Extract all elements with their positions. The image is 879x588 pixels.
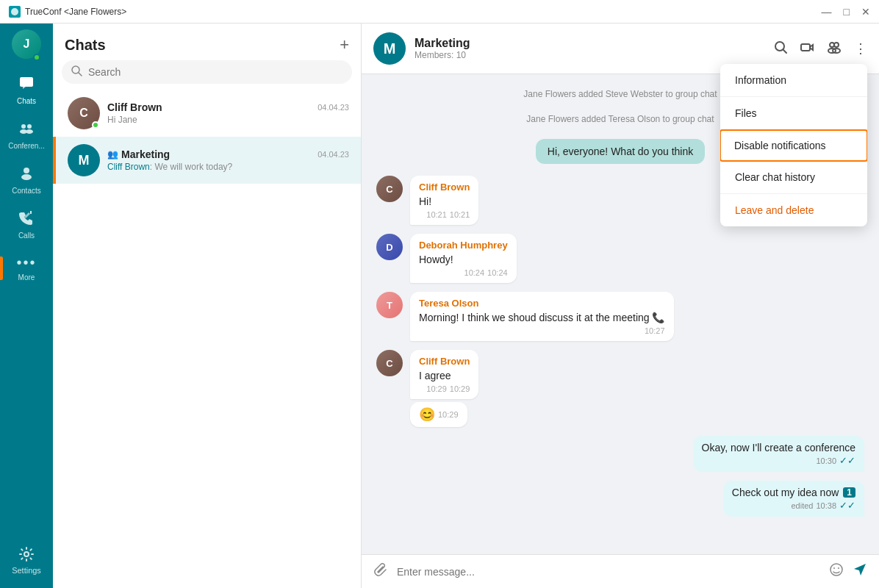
- marketing-avatar: M: [68, 144, 100, 176]
- emoji-time: 10:29: [438, 410, 459, 419]
- close-button[interactable]: ✕: [861, 6, 870, 18]
- minimize-button[interactable]: —: [822, 6, 832, 18]
- sidebar-item-contacts[interactable]: Contacts: [0, 157, 53, 202]
- svg-point-6: [24, 168, 29, 173]
- svg-line-12: [783, 50, 786, 53]
- svg-point-18: [830, 564, 842, 576]
- msg-sender-cliff: Cliff Brown: [419, 182, 470, 193]
- chat-header-info: Marketing Members: 10: [415, 37, 764, 60]
- send-button[interactable]: [853, 562, 867, 581]
- sidebar-item-conferences[interactable]: Conferen...: [0, 112, 53, 157]
- msg-meta-mine-idea: edited 10:38 ✓✓: [732, 500, 855, 511]
- menu-item-files[interactable]: Files: [720, 97, 867, 130]
- cliff-time: 04.04.23: [317, 103, 349, 112]
- msg-edited-label: edited: [791, 501, 813, 510]
- menu-item-information[interactable]: Information: [720, 64, 867, 97]
- contacts-icon: [18, 165, 35, 184]
- msg-time-teresa: 10:27: [645, 326, 665, 335]
- maximize-button[interactable]: □: [844, 6, 850, 18]
- marketing-avatar-wrapper: M: [68, 144, 100, 176]
- msg-row-mine-idea: Check out my idea now 1 edited 10:38 ✓✓: [376, 481, 864, 517]
- sidebar-item-more[interactable]: ••• More: [0, 247, 53, 289]
- group-icon: 👥: [107, 149, 118, 159]
- msg-sender-teresa: Teresa Olson: [419, 298, 665, 309]
- calls-icon: [18, 209, 35, 229]
- menu-item-leave-delete[interactable]: Leave and delete: [720, 194, 867, 226]
- msg-bubble-mine-idea: Check out my idea now 1 edited 10:38 ✓✓: [723, 481, 864, 517]
- search-input[interactable]: [88, 66, 343, 78]
- marketing-chat-info: 👥 Marketing 04.04.23 Cliff Brown: We wil…: [107, 148, 349, 172]
- menu-item-disable-notifications[interactable]: Disable notifications: [720, 129, 867, 162]
- chats-label: Chats: [17, 97, 36, 105]
- sidebar-item-chats[interactable]: Chats: [0, 68, 53, 112]
- msg-text-cliff-agree: I agree: [419, 370, 470, 381]
- titlebar: TrueConf <Jane Flowers> — □ ✕: [0, 0, 879, 24]
- msg-text-mine-conference: Okay, now I'll create a conference: [702, 442, 855, 453]
- svg-point-7: [21, 174, 32, 180]
- msg-sender-cliff2: Cliff Brown: [419, 356, 470, 367]
- nav-contacts-wrapper: Contacts: [0, 157, 53, 202]
- message-input-bar: [362, 554, 879, 588]
- deborah-msg-avatar: D: [376, 234, 403, 260]
- cliff-online-dot: [92, 121, 99, 129]
- attach-button[interactable]: [373, 562, 388, 581]
- msg-text-teresa: Morning! I think we shoud discuss it at …: [419, 312, 665, 323]
- hi-bubble: Hi, everyone! What do you think: [536, 139, 705, 164]
- msg-text-deborah: Howdy!: [419, 254, 508, 265]
- participants-button[interactable]: [826, 40, 842, 58]
- search-icon: [71, 65, 82, 79]
- msg-bubble-cliff-agree: Cliff Brown I agree 10:29 10:29: [410, 350, 478, 399]
- conferences-icon: [18, 120, 35, 140]
- svg-point-3: [27, 124, 32, 129]
- cliff-name: Cliff Brown: [107, 101, 162, 113]
- msg-time-mine-conference: 10:30: [816, 456, 836, 465]
- more-icon: •••: [16, 254, 36, 271]
- msg-badge: 1: [843, 487, 855, 498]
- sidebar-nav: J Chats: [0, 24, 53, 588]
- cliff-avatar-wrapper: C: [68, 97, 100, 129]
- msg-time-deborah: 10:24: [464, 268, 485, 277]
- msg-meta-mine-conference: 10:30 ✓✓: [702, 455, 855, 466]
- chats-icon: [18, 75, 35, 95]
- call-button[interactable]: [800, 40, 814, 58]
- teresa-msg-avatar: T: [376, 292, 403, 318]
- svg-point-8: [24, 552, 29, 556]
- svg-point-19: [833, 567, 835, 569]
- conferences-label: Conferen...: [8, 142, 44, 150]
- user-avatar-wrapper: J: [12, 29, 41, 62]
- search-chat-button[interactable]: [773, 40, 788, 58]
- cliff-name-row: Cliff Brown 04.04.23: [107, 101, 349, 113]
- read-ticks-conference: ✓✓: [839, 455, 855, 466]
- msg-bubble-cliff-hi: Cliff Brown Hi! 10:21 10:21: [410, 176, 478, 225]
- svg-point-11: [775, 42, 784, 51]
- marketing-preview-text: We will work today?: [154, 162, 232, 172]
- emoji-button[interactable]: [829, 562, 844, 581]
- calls-label: Calls: [18, 232, 35, 240]
- svg-point-5: [26, 129, 33, 134]
- chat-item-cliff[interactable]: C Cliff Brown 04.04.23 Hi Jane: [53, 90, 361, 137]
- menu-item-clear-chat[interactable]: Clear chat history: [720, 161, 867, 194]
- msg-time-mine-idea: 10:38: [816, 501, 836, 510]
- titlebar-left: TrueConf <Jane Flowers>: [9, 6, 126, 18]
- msg-meta-deborah: 10:24 10:24: [419, 268, 508, 277]
- svg-point-2: [21, 124, 26, 129]
- sidebar-item-calls[interactable]: Calls: [0, 202, 53, 247]
- sidebar-item-settings[interactable]: Settings: [12, 539, 41, 582]
- marketing-name-row: 👥 Marketing 04.04.23: [107, 148, 349, 160]
- more-options-button[interactable]: ⋮: [854, 40, 867, 57]
- add-chat-button[interactable]: +: [340, 35, 349, 54]
- chat-main: M Marketing Members: 10: [362, 24, 879, 588]
- msg-text-mine-idea: Check out my idea now 1: [732, 487, 855, 498]
- chats-title: Chats: [65, 37, 106, 54]
- chat-item-marketing[interactable]: M 👥 Marketing 04.04.23 Cliff Brown: We w…: [53, 137, 361, 184]
- online-status-dot: [33, 54, 40, 61]
- contacts-label: Contacts: [12, 187, 40, 195]
- marketing-preview-sender: Cliff Brown: [107, 162, 150, 172]
- svg-point-0: [11, 8, 18, 15]
- msg-row-teresa: T Teresa Olson Morning! I think we shoud…: [376, 292, 864, 341]
- message-input[interactable]: [397, 566, 820, 578]
- read-ticks-idea: ✓✓: [839, 500, 855, 511]
- titlebar-controls: — □ ✕: [822, 6, 870, 18]
- more-label: More: [18, 273, 35, 282]
- svg-line-10: [79, 73, 82, 76]
